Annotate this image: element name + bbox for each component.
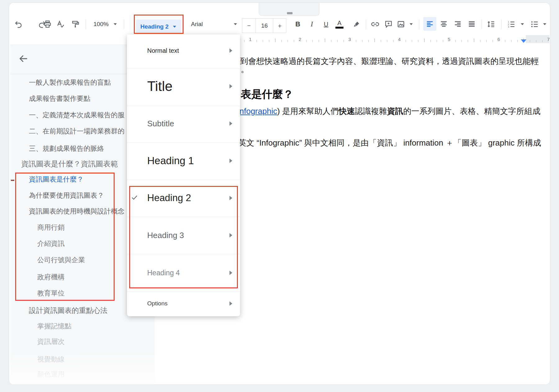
outline-item[interactable]: 掌握記憶點 bbox=[37, 322, 71, 331]
italic-button[interactable]: I bbox=[306, 17, 318, 31]
ruler-tick bbox=[393, 40, 393, 42]
right-indent-marker[interactable] bbox=[521, 39, 526, 43]
ruler-tick bbox=[406, 40, 406, 42]
outline-item[interactable]: 成果報告書製作要點 bbox=[29, 94, 90, 103]
ruler-tick bbox=[337, 40, 338, 42]
style-menu-label: Heading 1 bbox=[147, 155, 194, 167]
text-color-button[interactable]: A bbox=[334, 17, 345, 31]
bulleted-list-dropdown[interactable] bbox=[541, 17, 548, 31]
ruler-tick bbox=[424, 38, 425, 42]
ruler-tick bbox=[437, 40, 437, 42]
numbered-list-icon: 123 bbox=[507, 20, 516, 29]
align-right-button[interactable] bbox=[452, 17, 464, 31]
chevron-down-icon bbox=[543, 23, 546, 25]
chevron-down-icon bbox=[410, 23, 413, 25]
insert-image-button[interactable] bbox=[395, 17, 407, 31]
bulleted-list-button[interactable] bbox=[529, 17, 540, 31]
align-left-icon bbox=[425, 20, 434, 29]
back-arrow-icon bbox=[18, 53, 29, 64]
comment-plus-icon bbox=[384, 20, 393, 29]
submenu-arrow-icon bbox=[230, 48, 232, 53]
ruler-number: 2 bbox=[299, 37, 301, 42]
toolbar-divider bbox=[501, 20, 502, 29]
bold-button[interactable]: B bbox=[292, 17, 304, 31]
align-justify-icon bbox=[467, 20, 476, 29]
highlight-button[interactable] bbox=[351, 17, 362, 31]
font-size-value[interactable]: 16 bbox=[256, 18, 273, 33]
doc-text-run: 英文 “Infographic” 與中文相同，是由「資訊」 informatio… bbox=[238, 138, 541, 147]
submenu-arrow-icon bbox=[230, 301, 232, 306]
align-center-icon bbox=[439, 20, 448, 29]
toolbar-divider bbox=[482, 20, 482, 29]
line-spacing-button[interactable] bbox=[485, 17, 497, 31]
doc-line[interactable]: 到會想快速略過的長篇文字內容、艱澀理論、研究資料，透過資訊圖表的呈現也能輕 bbox=[240, 56, 539, 67]
ruler-tick bbox=[511, 40, 511, 42]
outline-item[interactable]: 一般人製作成果報告的盲點 bbox=[29, 78, 111, 87]
annotation-box-outline bbox=[15, 173, 115, 301]
zoom-value: 100% bbox=[93, 21, 109, 28]
ruler-tick bbox=[331, 40, 331, 42]
font-value: Arial bbox=[191, 21, 203, 28]
menu-divider bbox=[127, 180, 240, 180]
font-size-text: 16 bbox=[261, 22, 268, 29]
ruler-tick bbox=[288, 40, 288, 42]
ruler-tick bbox=[474, 38, 474, 42]
spellcheck-button[interactable] bbox=[55, 17, 66, 31]
app-window: 1234567 到會想快速略過的長篇文字內容、艱澀理論、研究資料，透過資訊圖表的… bbox=[9, 2, 550, 385]
outline-active-dash bbox=[11, 180, 14, 181]
style-menu-label: Normal text bbox=[147, 47, 179, 54]
undo-button[interactable] bbox=[12, 17, 24, 31]
outline-item[interactable]: 設計資訊圖表的重點心法 bbox=[29, 306, 107, 315]
outline-item[interactable]: 資訊圖表是什麼？資訊圖表範 bbox=[21, 159, 118, 169]
ruler-tick bbox=[269, 40, 269, 42]
ruler-tick bbox=[263, 40, 263, 42]
align-justify-button[interactable] bbox=[466, 17, 478, 31]
ruler-tick bbox=[430, 40, 431, 42]
doc-line[interactable]: 英文 “Infographic” 與中文相同，是由「資訊」 informatio… bbox=[238, 137, 541, 148]
outline-item[interactable]: 三、規劃成果報告的脈絡 bbox=[29, 144, 104, 153]
outline-item[interactable]: 二、在前期設計一場跨業務群的 bbox=[29, 127, 125, 136]
doc-line[interactable]: 。 bbox=[241, 64, 249, 75]
paint-format-button[interactable] bbox=[70, 17, 81, 31]
ruler-tick bbox=[281, 40, 282, 42]
zoom-select[interactable]: 100% bbox=[90, 17, 120, 31]
outline-item[interactable]: 資訊層次 bbox=[37, 337, 65, 346]
ruler-tick bbox=[375, 38, 375, 42]
menu-divider bbox=[127, 106, 240, 106]
font-select[interactable]: Arial bbox=[188, 17, 240, 31]
doc-text-run: 到會想快速略過的長篇文字內容、艱澀理論、研究資料，透過資訊圖表的呈現也能輕 bbox=[240, 56, 539, 66]
print-button[interactable] bbox=[42, 17, 53, 31]
ruler-tick bbox=[418, 40, 418, 42]
toolbar-divider bbox=[366, 20, 366, 29]
doc-text-run: 認識複雜 bbox=[355, 106, 387, 116]
ruler-tick bbox=[443, 40, 443, 42]
close-outline-button[interactable] bbox=[18, 53, 29, 65]
sidebar-fade bbox=[10, 351, 155, 385]
align-center-button[interactable] bbox=[438, 17, 450, 31]
highlighter-icon bbox=[352, 20, 361, 29]
doc-text-run: 。 bbox=[241, 65, 249, 74]
ruler-tick bbox=[244, 40, 244, 42]
align-left-button[interactable] bbox=[424, 17, 436, 31]
doc-link[interactable]: nfographic bbox=[239, 106, 277, 116]
underline-button[interactable]: U bbox=[320, 17, 332, 31]
image-icon bbox=[397, 20, 405, 29]
insert-link-button[interactable] bbox=[369, 17, 381, 31]
add-comment-button[interactable] bbox=[383, 17, 394, 31]
font-size-decrease-button[interactable]: − bbox=[242, 18, 256, 33]
numbered-list-button[interactable]: 123 bbox=[505, 17, 517, 31]
svg-text:3: 3 bbox=[508, 25, 509, 28]
doc-line[interactable]: 表是什麼？ bbox=[241, 87, 293, 101]
doc-line[interactable]: nfographic) 是用來幫助人們快速認識複雜資訊的一系列圖片、表格、精簡文… bbox=[239, 106, 540, 117]
insert-image-dropdown[interactable] bbox=[407, 17, 415, 31]
numbered-list-dropdown[interactable] bbox=[519, 17, 526, 31]
ruler-number: 1 bbox=[249, 37, 252, 42]
ruler-tick bbox=[275, 38, 275, 42]
ruler-tick bbox=[312, 40, 313, 42]
submenu-arrow-icon bbox=[230, 159, 232, 163]
menu-divider bbox=[127, 69, 240, 69]
outline-item[interactable]: 一、定義清楚本次成果報告的服 bbox=[29, 110, 125, 120]
font-size-increase-button[interactable]: ＋ bbox=[273, 18, 286, 33]
underline-icon: U bbox=[324, 21, 328, 28]
collapsed-tab bbox=[259, 3, 320, 16]
